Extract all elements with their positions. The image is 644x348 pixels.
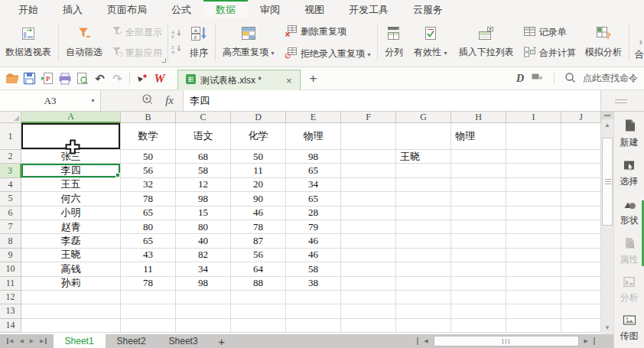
col-header-B[interactable]: B	[121, 112, 176, 123]
cell-I9[interactable]	[506, 249, 561, 262]
cell-E6[interactable]: 28	[286, 207, 341, 220]
redo-button[interactable]: ↷	[109, 70, 126, 87]
cell-J4[interactable]	[561, 178, 601, 192]
cell-H10[interactable]	[451, 262, 506, 276]
cell-J6[interactable]	[561, 207, 601, 220]
vertical-scroll-thumb[interactable]	[602, 138, 613, 226]
cell-I2[interactable]	[506, 150, 561, 164]
cell-C2[interactable]: 68	[176, 150, 231, 164]
cell-H8[interactable]	[451, 234, 506, 248]
validation-button[interactable]: 有效性▼	[408, 18, 454, 67]
sort-button[interactable]: AZ 排序	[184, 18, 213, 67]
sheet-tab-sheet1[interactable]: Sheet1	[54, 334, 106, 348]
cell-H2[interactable]	[451, 150, 506, 164]
tab-data[interactable]: 数据	[203, 0, 248, 18]
cell-D8[interactable]: 87	[231, 234, 286, 248]
cell-C4[interactable]: 12	[176, 178, 231, 192]
col-header-G[interactable]: G	[396, 112, 451, 123]
consolidate-button[interactable]: 合并计算	[523, 47, 576, 60]
cell-H1[interactable]: 物理	[451, 123, 506, 150]
cell-I5[interactable]	[506, 192, 561, 206]
scroll-left-icon[interactable]: ◀	[424, 338, 428, 344]
cell-I12[interactable]	[506, 291, 561, 304]
cell-E2[interactable]: 98	[286, 150, 341, 164]
add-sheet-button[interactable]: +	[210, 334, 234, 348]
row-header-8[interactable]: 8	[0, 234, 21, 248]
cell-E9[interactable]: 46	[286, 249, 341, 262]
cell-F2[interactable]	[341, 150, 396, 164]
print-button[interactable]	[56, 70, 73, 87]
cell-B13[interactable]	[121, 304, 176, 318]
cell-E13[interactable]	[286, 304, 341, 318]
row-header-9[interactable]: 9	[0, 249, 21, 262]
cell-J2[interactable]	[561, 150, 601, 164]
cell-B12[interactable]	[121, 291, 176, 304]
cell-H12[interactable]	[451, 291, 506, 304]
row-header-3[interactable]: 3	[0, 164, 21, 177]
cell-I8[interactable]	[506, 234, 561, 248]
horizontal-scrollbar[interactable]: ◀ ▶	[417, 334, 613, 348]
cell-A14[interactable]	[21, 319, 121, 333]
cell-F10[interactable]	[341, 262, 396, 276]
cell-F12[interactable]	[341, 291, 396, 304]
tab-dev-tools[interactable]: 开发工具	[337, 0, 401, 18]
sort-asc-icon[interactable]: AZ	[171, 29, 183, 41]
highlight-duplicates-button[interactable]: 高亮重复项▼	[217, 18, 281, 67]
ribbon-clipped-button[interactable]: › 合	[631, 18, 644, 67]
formula-bar-collapse-handle[interactable]	[601, 90, 644, 111]
tab-cloud[interactable]: 云服务	[401, 0, 455, 18]
next-sheet-icon[interactable]: ▶	[30, 338, 34, 344]
col-header-I[interactable]: I	[506, 112, 561, 123]
pivot-table-button[interactable]: 数据透视表	[0, 18, 57, 67]
scroll-right-icon[interactable]: ▶	[584, 338, 588, 344]
print-preview-button[interactable]	[73, 70, 91, 87]
cell-G3[interactable]	[396, 164, 451, 177]
cell-B7[interactable]: 80	[121, 220, 176, 234]
cell-G4[interactable]	[396, 178, 451, 192]
assistant-icon[interactable]: D	[516, 73, 524, 85]
cell-F7[interactable]	[341, 220, 396, 234]
cell-J9[interactable]	[561, 249, 601, 262]
cell-H13[interactable]	[451, 304, 506, 318]
cell-H9[interactable]	[451, 249, 506, 262]
cell-F6[interactable]	[341, 207, 396, 220]
cell-A12[interactable]	[21, 291, 121, 304]
cell-F4[interactable]	[341, 178, 396, 192]
tab-review[interactable]: 审阅	[248, 0, 292, 18]
cell-F11[interactable]	[341, 277, 396, 291]
cell-H7[interactable]	[451, 220, 506, 234]
cell-C6[interactable]: 15	[176, 207, 231, 220]
tab-home[interactable]: 开始	[6, 0, 50, 18]
row-header-4[interactable]: 4	[0, 178, 21, 192]
cell-B1[interactable]: 数学	[121, 123, 176, 150]
row-header-13[interactable]: 13	[0, 304, 21, 318]
cell-D1[interactable]: 化学	[231, 123, 286, 150]
cell-B3[interactable]: 56	[121, 164, 176, 177]
row-header-6[interactable]: 6	[0, 207, 21, 220]
cell-A7[interactable]: 赵青	[21, 220, 121, 234]
cell-C1[interactable]: 语文	[176, 123, 231, 150]
cell-J12[interactable]	[561, 291, 601, 304]
cell-H3[interactable]	[451, 164, 506, 177]
cell-F13[interactable]	[341, 304, 396, 318]
cell-C3[interactable]: 58	[176, 164, 231, 177]
scroll-up-icon[interactable]: ▲	[601, 120, 613, 130]
cell-B6[interactable]: 65	[121, 207, 176, 220]
horizontal-scroll-thumb[interactable]	[434, 336, 579, 346]
open-button[interactable]	[3, 70, 21, 87]
find-command-hint[interactable]: 点此查找命令	[583, 72, 638, 85]
cell-A2[interactable]: 张三	[21, 150, 121, 164]
cell-C11[interactable]: 98	[176, 277, 231, 291]
cell-D3[interactable]: 11	[231, 164, 286, 177]
cell-G9[interactable]	[396, 249, 451, 262]
cell-G10[interactable]	[396, 262, 451, 276]
cell-A6[interactable]: 小明	[21, 207, 121, 220]
row-header-10[interactable]: 10	[0, 262, 21, 276]
col-header-E[interactable]: E	[286, 112, 341, 123]
cell-B2[interactable]: 50	[121, 150, 176, 164]
cell-A3[interactable]: 李四	[21, 164, 121, 177]
sort-desc-icon[interactable]: ZA	[171, 44, 183, 56]
cell-J10[interactable]	[561, 262, 601, 276]
panel-item-new[interactable]: 新建	[620, 119, 639, 149]
cell-G14[interactable]	[396, 319, 451, 333]
